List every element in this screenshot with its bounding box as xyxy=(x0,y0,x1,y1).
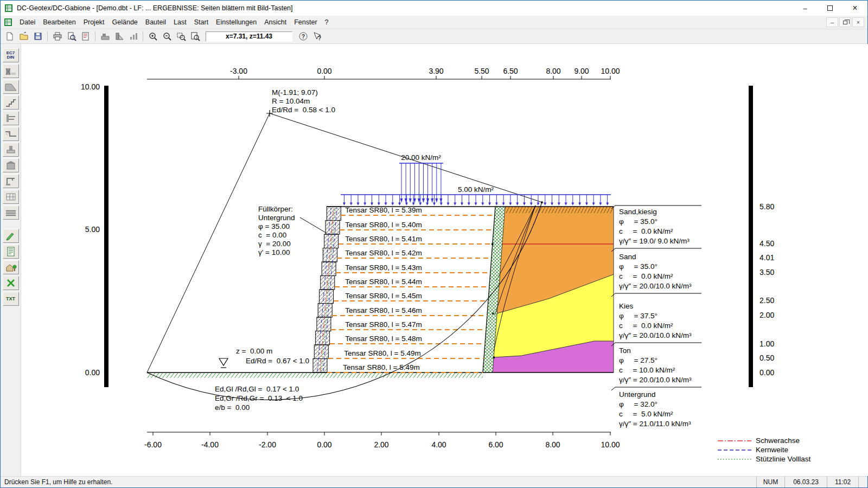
zoom-in-icon xyxy=(148,31,158,41)
view-section-button[interactable] xyxy=(98,30,112,43)
menu-item-einstellungen[interactable]: Einstellungen xyxy=(212,16,260,28)
sidebar-txt-export-button[interactable]: TXT xyxy=(3,292,19,306)
axis-tick-label: -6.00 xyxy=(144,440,162,449)
minimize-button[interactable]: – xyxy=(793,1,818,16)
axis-tick-label: 2.00 xyxy=(374,440,388,449)
zoom-in-button[interactable] xyxy=(146,30,159,43)
soil-phi: φ = 35.0° xyxy=(619,262,658,271)
layers-icon xyxy=(5,208,17,217)
axis-tick-label: 5.50 xyxy=(474,67,489,75)
print-button[interactable] xyxy=(50,30,64,43)
app-window: DC-Geotex/DC-Gabione - [Demo.dbt - LF: .… xyxy=(0,0,868,488)
axis-tick-label: 10.00 xyxy=(601,440,620,449)
house-tree-icon xyxy=(5,262,17,272)
geogrid-label: Tensar SR80, l = 5.49m xyxy=(344,349,420,357)
sidebar-ec7-din-button[interactable]: EC7DIN xyxy=(3,48,19,62)
fill-label: c = 0.00 xyxy=(258,231,286,239)
soil-c: c = 0.0 kN/m² xyxy=(619,227,673,235)
sidebar-anchor-wall-button[interactable] xyxy=(3,111,19,125)
sidebar-gabion-wall-button[interactable] xyxy=(3,64,19,78)
sidebar-slope-button[interactable] xyxy=(3,80,19,94)
sidebar-project-home-button[interactable] xyxy=(3,260,19,274)
sidebar-foundation-button[interactable] xyxy=(3,143,19,157)
geogrid-label: Tensar SR80, l = 5.46m xyxy=(345,306,422,314)
help-button[interactable]: ? xyxy=(296,30,310,43)
gabion-wall-icon xyxy=(5,66,17,76)
menu-item-last[interactable]: Last xyxy=(170,16,190,28)
menu-item-hilfe[interactable]: ? xyxy=(321,16,333,28)
sidebar-grid-button[interactable] xyxy=(3,190,19,204)
view-wall-button[interactable] xyxy=(112,30,126,43)
printer-icon xyxy=(53,31,62,41)
toolbar-separator xyxy=(143,31,143,41)
axis-tick-label: 0.50 xyxy=(760,354,774,362)
fill-label: γ' = 10.00 xyxy=(258,248,290,256)
soil-phi: φ = 27.5° xyxy=(619,356,658,364)
foundation-icon xyxy=(5,145,17,155)
axis-tick-label: 1.00 xyxy=(760,339,774,348)
excavation-icon xyxy=(5,129,17,139)
mdi-close-button[interactable]: × xyxy=(852,17,864,27)
fill-label: φ = 35.00 xyxy=(258,222,290,230)
axis-tick-label: 6.00 xyxy=(488,440,503,449)
mdi-restore-button[interactable] xyxy=(839,17,851,27)
slip-radius-label: R = 10.04m xyxy=(272,97,310,105)
view-results-button[interactable] xyxy=(126,30,140,43)
zoom-out-button[interactable] xyxy=(160,30,174,43)
sidebar-building-button[interactable] xyxy=(3,158,19,172)
app-icon xyxy=(4,4,13,12)
status-time: 11:02 xyxy=(827,477,858,487)
foundation-checks: Ed,Gl /Rd,Gl = 0.17 < 1.0 Ed,Gr /Rd,Gr =… xyxy=(215,385,303,412)
page-layout-button[interactable] xyxy=(79,30,92,43)
soil-name: Ton xyxy=(619,346,631,355)
maximize-button[interactable] xyxy=(818,1,843,16)
geogrid-label: Tensar SR80, l = 5.45m xyxy=(345,292,422,300)
axis-tick-label: -4.00 xyxy=(201,440,219,449)
soil-gamma: γ/γ″ = 21.0/11.0 kN/m³ xyxy=(619,420,691,428)
menu-item-projekt[interactable]: Projekt xyxy=(80,16,108,28)
save-button[interactable] xyxy=(31,30,44,43)
check-label: Ed,Gr /Rd,Gr = 0.13 < 1.0 xyxy=(215,394,303,402)
sidebar-close-project-button[interactable] xyxy=(3,276,19,290)
base-check-label: Ed/Rd = 0.67 < 1.0 xyxy=(246,357,309,365)
sidebar-layers-button[interactable] xyxy=(3,206,19,220)
menu-item-start[interactable]: Start xyxy=(190,16,212,28)
menu-item-datei[interactable]: Datei xyxy=(16,16,39,28)
menu-item-bearbeiten[interactable]: Bearbeiten xyxy=(39,16,79,28)
open-button[interactable] xyxy=(17,30,30,43)
sidebar-crane-button[interactable] xyxy=(3,174,19,188)
drawing-canvas[interactable]: Tensar SR80, l = 5.39m Tensar SR80, l = … xyxy=(21,44,868,476)
sidebar-edit-button[interactable] xyxy=(3,229,19,243)
soil-name: Kies xyxy=(619,302,634,310)
page-layout-icon xyxy=(81,31,91,41)
status-cells: NUM 06.03.23 11:02 xyxy=(756,477,867,487)
window-title: DC-Geotex/DC-Gabione - [Demo.dbt - LF: .… xyxy=(17,4,293,12)
mdi-minimize-button[interactable]: – xyxy=(826,17,838,27)
datum-triangle xyxy=(219,358,228,365)
menu-item-gelaende[interactable]: Gelände xyxy=(108,16,142,28)
document-window-icon[interactable] xyxy=(4,18,12,27)
soil-legend: Sand,kiesig φ = 35.0° c = 0.0 kN/m² γ/γ″… xyxy=(611,206,701,428)
mdi-restore-icon xyxy=(843,21,847,24)
zoom-page-button[interactable] xyxy=(188,30,202,43)
context-help-button[interactable]: ? xyxy=(310,30,324,43)
sidebar-report-button[interactable] xyxy=(3,245,19,259)
sidebar-excavation-button[interactable] xyxy=(3,127,19,141)
zoom-page-icon xyxy=(190,31,200,41)
menu-item-bauteil[interactable]: Bauteil xyxy=(142,16,170,28)
close-button[interactable]: × xyxy=(843,1,867,16)
menu-item-ansicht[interactable]: Ansicht xyxy=(260,16,290,28)
axis-tick-label: 4.50 xyxy=(760,239,774,248)
print-preview-button[interactable] xyxy=(65,30,78,43)
main-area: EC7DIN TXT xyxy=(1,44,867,476)
din-label: DIN xyxy=(7,55,15,60)
sidebar-stepped-wall-button[interactable] xyxy=(3,95,19,110)
new-button[interactable] xyxy=(3,30,16,43)
zoom-window-button[interactable] xyxy=(174,30,188,43)
stepped-wall-icon xyxy=(5,98,17,107)
legend-label: Stützlinie Volllast xyxy=(756,455,811,463)
axis-tick-label: 0.00 xyxy=(85,368,100,377)
axis-tick-label: 0.00 xyxy=(760,368,774,377)
menu-item-fenster[interactable]: Fenster xyxy=(290,16,321,28)
geogrid-label: Tensar SR80, l = 5.41m xyxy=(345,235,422,243)
